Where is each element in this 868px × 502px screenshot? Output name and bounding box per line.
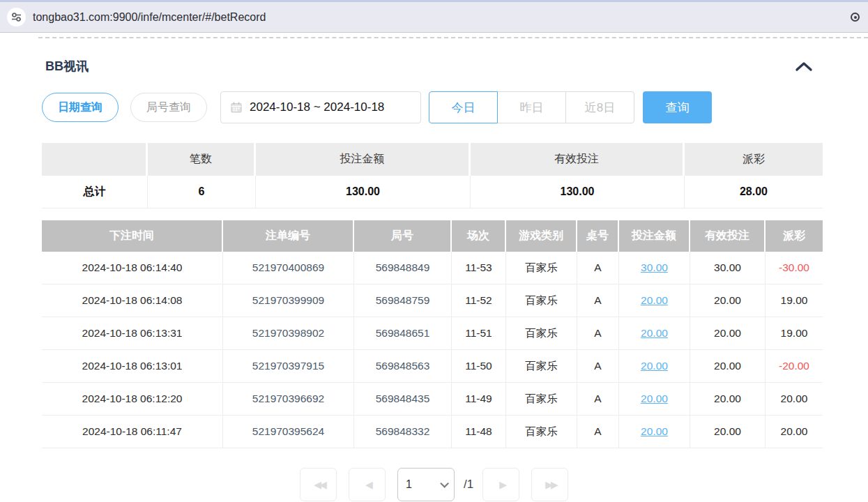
cell-game: 百家乐 xyxy=(506,416,577,448)
cell-payout: -20.00 xyxy=(766,350,823,383)
cell-game: 百家乐 xyxy=(506,284,577,317)
cell-session: 11-52 xyxy=(452,284,506,317)
summary-header-cell: 派彩 xyxy=(685,143,823,176)
last-page-button[interactable]: ▶▶ xyxy=(531,468,568,501)
cell-round-no: 569848435 xyxy=(354,383,452,416)
records-header-cell: 派彩 xyxy=(766,220,823,252)
records-header-cell: 注单编号 xyxy=(223,220,354,252)
cell-session: 11-49 xyxy=(452,383,506,416)
round-query-tab[interactable]: 局号查询 xyxy=(130,93,207,122)
quick-range-group: 今日 昨日 近8日 xyxy=(429,91,634,123)
summary-header-row: 笔数投注金额有效投注派彩 xyxy=(42,143,823,176)
bet-amount-link[interactable]: 20.00 xyxy=(641,425,668,437)
bet-amount-link[interactable]: 20.00 xyxy=(641,393,668,404)
date-query-tab[interactable]: 日期查询 xyxy=(42,93,119,122)
cell-bet-amount: 20.00 xyxy=(619,317,690,350)
target-icon[interactable] xyxy=(851,13,860,22)
cell-bet-amount: 20.00 xyxy=(619,284,690,317)
cell-payout: 19.00 xyxy=(766,317,823,350)
cell-valid-amount: 20.00 xyxy=(690,383,766,416)
records-header-cell: 有效投注 xyxy=(690,220,766,252)
summary-header-cell: 投注金额 xyxy=(256,143,471,176)
prev-page-button[interactable]: ◀ xyxy=(349,468,386,501)
dashed-separator xyxy=(38,37,868,38)
table-row: 2024-10-18 06:13:01521970397915569848563… xyxy=(42,350,823,383)
bet-amount-link[interactable]: 20.00 xyxy=(641,360,668,372)
cell-time: 2024-10-18 06:13:31 xyxy=(42,317,223,350)
cell-round-no: 569848332 xyxy=(354,416,452,448)
site-settings-icon[interactable] xyxy=(7,8,26,26)
cell-time: 2024-10-18 06:13:01 xyxy=(42,350,223,383)
cell-round-no: 569848759 xyxy=(354,284,452,317)
summary-value-cell: 130.00 xyxy=(256,176,471,208)
date-range-input[interactable]: 2024-10-18 ~ 2024-10-18 xyxy=(220,91,421,123)
cell-game: 百家乐 xyxy=(506,317,577,350)
summary-total-row: 总计6130.00130.0028.00 xyxy=(42,176,823,208)
cell-time: 2024-10-18 06:11:47 xyxy=(42,416,223,448)
records-header-cell: 下注时间 xyxy=(42,220,223,252)
cell-table-no: A xyxy=(577,383,619,416)
tune-icon-glyph xyxy=(11,12,22,22)
cell-bet-amount: 30.00 xyxy=(619,252,690,284)
records-header-cell: 投注金额 xyxy=(619,220,690,252)
cell-bet-amount: 20.00 xyxy=(619,416,690,448)
page-title: BB视讯 xyxy=(45,58,89,75)
table-row: 2024-10-18 06:14:08521970399909569848759… xyxy=(42,284,823,317)
table-row: 2024-10-18 06:12:20521970396692569848435… xyxy=(42,383,823,416)
quick-range-today[interactable]: 今日 xyxy=(429,91,498,123)
cell-time: 2024-10-18 06:14:40 xyxy=(42,252,223,284)
cell-bet-no: 521970397915 xyxy=(223,350,354,383)
cell-valid-amount: 30.00 xyxy=(690,252,766,284)
quick-range-yesterday[interactable]: 昨日 xyxy=(497,91,566,123)
cell-bet-no: 521970400869 xyxy=(223,252,354,284)
url-text[interactable]: tongbao31.com:9900/infe/mcenter/#/betRec… xyxy=(33,11,844,24)
cell-bet-amount: 20.00 xyxy=(619,350,690,383)
table-row: 2024-10-18 06:13:31521970398902569848651… xyxy=(42,317,823,350)
date-range-value: 2024-10-18 ~ 2024-10-18 xyxy=(250,100,384,114)
first-page-button[interactable]: ◀◀ xyxy=(300,468,337,501)
bet-amount-link[interactable]: 20.00 xyxy=(641,294,668,306)
cell-time: 2024-10-18 06:12:20 xyxy=(42,383,223,416)
collapse-chevron-icon[interactable] xyxy=(795,61,813,72)
cell-table-no: A xyxy=(577,416,619,448)
summary-value-cell: 28.00 xyxy=(685,176,823,208)
summary-row-label: 总计 xyxy=(42,176,148,208)
panel-header: BB视讯 xyxy=(45,58,823,75)
summary-table: 笔数投注金额有效投注派彩 总计6130.00130.0028.00 xyxy=(42,143,823,208)
cell-game: 百家乐 xyxy=(506,252,577,284)
cell-bet-no: 521970399909 xyxy=(223,284,354,317)
records-header-cell: 游戏类别 xyxy=(506,220,577,252)
quick-range-last8days[interactable]: 近8日 xyxy=(565,91,634,123)
cell-table-no: A xyxy=(577,252,619,284)
summary-value-cell: 6 xyxy=(148,176,256,208)
bet-record-panel: BB视讯 日期查询 局号查询 2024-10-18 ~ 2024-10-18 今… xyxy=(0,58,868,501)
cell-session: 11-53 xyxy=(452,252,506,284)
records-header-cell: 桌号 xyxy=(577,220,619,252)
browser-url-bar: tongbao31.com:9900/infe/mcenter/#/betRec… xyxy=(0,0,868,33)
cell-bet-no: 521970396692 xyxy=(223,383,354,416)
cell-session: 11-48 xyxy=(452,416,506,448)
table-row: 2024-10-18 06:11:47521970395624569848332… xyxy=(42,416,823,448)
bet-amount-link[interactable]: 20.00 xyxy=(641,327,668,339)
cell-payout: 20.00 xyxy=(766,383,823,416)
cell-session: 11-51 xyxy=(452,317,506,350)
page-select-dropdown[interactable]: 1 xyxy=(397,468,455,501)
cell-bet-amount: 20.00 xyxy=(619,383,690,416)
records-header-cell: 场次 xyxy=(452,220,506,252)
cell-payout: 19.00 xyxy=(766,284,823,317)
cell-valid-amount: 20.00 xyxy=(690,350,766,383)
summary-value-cell: 130.00 xyxy=(471,176,685,208)
cell-round-no: 569848651 xyxy=(354,317,452,350)
bet-amount-link[interactable]: 30.00 xyxy=(641,261,668,273)
next-page-button[interactable]: ▶ xyxy=(482,468,519,501)
cell-table-no: A xyxy=(577,317,619,350)
pagination: ◀◀ ◀ 1 /1 ▶ ▶▶ xyxy=(42,468,826,501)
cell-valid-amount: 20.00 xyxy=(690,317,766,350)
search-button[interactable]: 查询 xyxy=(643,91,712,123)
table-row: 2024-10-18 06:14:40521970400869569848849… xyxy=(42,252,823,284)
cell-round-no: 569848849 xyxy=(354,252,452,284)
filter-row: 日期查询 局号查询 2024-10-18 ~ 2024-10-18 今日 昨日 … xyxy=(42,91,823,123)
cell-time: 2024-10-18 06:14:08 xyxy=(42,284,223,317)
records-header-row: 下注时间注单编号局号场次游戏类别桌号投注金额有效投注派彩 xyxy=(42,220,823,252)
calendar-icon xyxy=(230,101,243,114)
